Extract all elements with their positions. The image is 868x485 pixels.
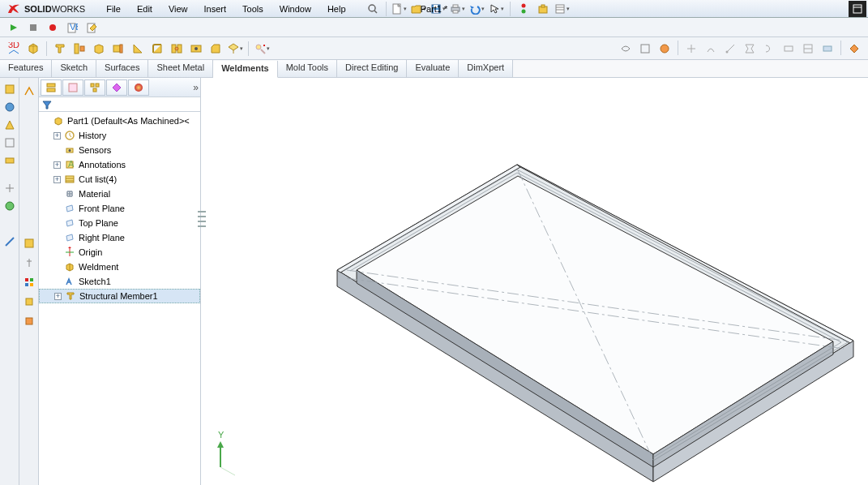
tab-sketch[interactable]: Sketch (52, 60, 96, 77)
tool-r2[interactable] (636, 41, 654, 57)
ref-geom-icon[interactable]: ▾ (226, 41, 244, 57)
extruded-boss-icon[interactable] (90, 41, 108, 57)
tree-item[interactable]: Sketch1 (39, 274, 200, 289)
tool-r1[interactable] (617, 41, 635, 57)
tool-r9[interactable] (780, 41, 797, 57)
rail2-b[interactable] (20, 235, 38, 251)
search-icon[interactable] (364, 1, 382, 17)
rail1-a[interactable] (1, 81, 19, 97)
menu-file[interactable]: File (100, 2, 127, 15)
tool-r6[interactable] (721, 41, 739, 57)
tree-item-label: Front Plane (79, 204, 125, 213)
more-icon[interactable]: ▾ (253, 41, 271, 57)
run-macro-icon[interactable] (5, 19, 23, 36)
rail2-c[interactable] (20, 255, 38, 271)
tree-item[interactable]: Sensors (39, 143, 200, 157)
fm-tab-render-icon[interactable] (128, 79, 149, 96)
tree-item[interactable]: Material (39, 187, 200, 201)
edit-macro-icon[interactable] (83, 19, 100, 36)
tree-item[interactable]: Origin (39, 245, 200, 260)
tab-weldments[interactable]: Weldments (213, 61, 277, 78)
system-button[interactable] (849, 1, 866, 17)
menu-tools[interactable]: Tools (236, 2, 270, 15)
tree-root[interactable]: Part1 (Default<As Machined>< (39, 114, 200, 128)
weldment-icon[interactable] (24, 41, 42, 57)
expand-toggle[interactable]: + (53, 161, 61, 169)
3dsketch-icon[interactable]: 3D (5, 41, 23, 57)
expand-toggle[interactable]: + (54, 293, 62, 300)
fillet-bead-icon[interactable] (148, 41, 166, 57)
rebuild-icon[interactable] (515, 1, 532, 17)
expand-toggle[interactable]: + (53, 132, 61, 139)
settings-icon[interactable]: ▾ (554, 1, 571, 17)
fm-tab-tree-icon[interactable] (41, 79, 62, 96)
tab-surfaces[interactable]: Surfaces (96, 60, 148, 77)
panel-resize-handle[interactable] (198, 209, 206, 229)
tree-item-label: Sensors (79, 145, 111, 155)
rail1-c[interactable] (1, 117, 19, 133)
menu-help[interactable]: Help (321, 2, 353, 15)
rail1-h[interactable] (1, 234, 19, 250)
tab-directediting[interactable]: Direct Editing (337, 60, 407, 77)
tree-item[interactable]: +History (39, 128, 200, 143)
tool-r11[interactable] (819, 41, 836, 57)
options-icon[interactable] (534, 1, 552, 17)
expand-toggle[interactable]: + (53, 176, 61, 183)
menu-view[interactable]: View (162, 2, 195, 15)
tab-dimxpert[interactable]: DimXpert (459, 60, 513, 77)
stop-macro-icon[interactable] (24, 19, 42, 36)
tab-sheetmetal[interactable]: Sheet Metal (148, 60, 213, 77)
tree-item[interactable]: Front Plane (39, 201, 200, 216)
structural-member-icon[interactable] (51, 41, 69, 57)
graphics-viewport[interactable]: Y (201, 78, 868, 485)
fm-tab-property-icon[interactable] (62, 79, 83, 96)
tree-item[interactable]: +Cut list(4) (39, 172, 200, 187)
tree-item[interactable]: +Structural Member1 (39, 289, 200, 303)
tool-r8[interactable] (760, 41, 778, 57)
fm-tab-dim-icon[interactable] (106, 79, 127, 96)
menu-window[interactable]: Window (273, 2, 318, 15)
tree-item[interactable]: +AAnnotations (39, 157, 200, 172)
fm-tab-config-icon[interactable] (84, 79, 105, 96)
rail1-d[interactable] (1, 135, 19, 151)
end-cap-icon[interactable] (109, 41, 127, 57)
rail1-f[interactable] (1, 180, 19, 196)
weld-bead-icon[interactable] (168, 41, 186, 57)
tree-item[interactable]: Right Plane (39, 230, 200, 245)
new-macro-icon[interactable]: VB (63, 19, 81, 36)
rail2-e[interactable] (20, 294, 38, 310)
chamfer-icon[interactable] (207, 41, 224, 57)
rail2-a[interactable] (20, 83, 38, 99)
rail1-b[interactable] (1, 99, 19, 115)
tool-r5[interactable] (702, 41, 720, 57)
menu-edit[interactable]: Edit (130, 2, 159, 15)
menu-insert[interactable]: Insert (198, 2, 233, 15)
tool-r10[interactable] (799, 41, 817, 57)
tool-r4[interactable] (682, 41, 700, 57)
rail1-g[interactable] (1, 198, 19, 214)
tool-r12[interactable] (845, 41, 863, 57)
rail2-d[interactable] (20, 274, 38, 290)
gusset-icon[interactable] (129, 41, 147, 57)
select-icon[interactable]: ▾ (488, 1, 506, 17)
rail2-f[interactable] (20, 313, 38, 329)
tab-features[interactable]: Features (0, 60, 52, 77)
tree-filter-bar[interactable] (39, 97, 200, 112)
record-macro-icon[interactable] (44, 19, 62, 36)
brand-bold: SOLID (24, 4, 52, 14)
rail1-e[interactable] (1, 152, 19, 169)
new-doc-icon[interactable]: ▾ (391, 1, 408, 17)
tree-item[interactable]: Top Plane (39, 216, 200, 230)
fm-tabs-overflow[interactable]: » (193, 82, 197, 93)
tool-r7[interactable] (741, 41, 759, 57)
tree-item[interactable]: Weldment (39, 260, 200, 274)
tool-r3[interactable] (656, 41, 673, 57)
print-icon[interactable]: ▾ (449, 1, 467, 17)
svg-rect-12 (541, 5, 545, 7)
svg-point-19 (49, 24, 56, 31)
trim-extend-icon[interactable] (71, 41, 88, 57)
hole-icon[interactable] (187, 41, 205, 57)
tab-moldtools[interactable]: Mold Tools (278, 60, 337, 77)
undo-icon[interactable]: ▾ (468, 1, 486, 17)
tab-evaluate[interactable]: Evaluate (407, 60, 459, 77)
